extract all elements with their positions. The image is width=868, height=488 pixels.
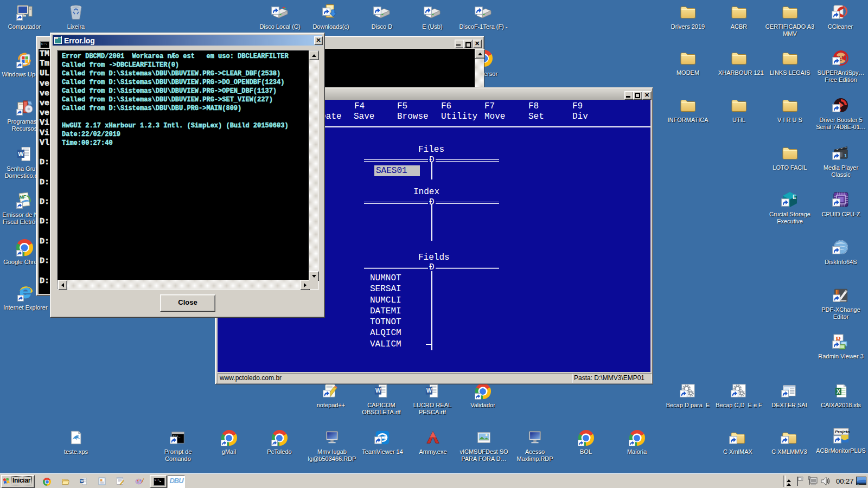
svg-text:Projeto: Projeto bbox=[835, 429, 850, 434]
